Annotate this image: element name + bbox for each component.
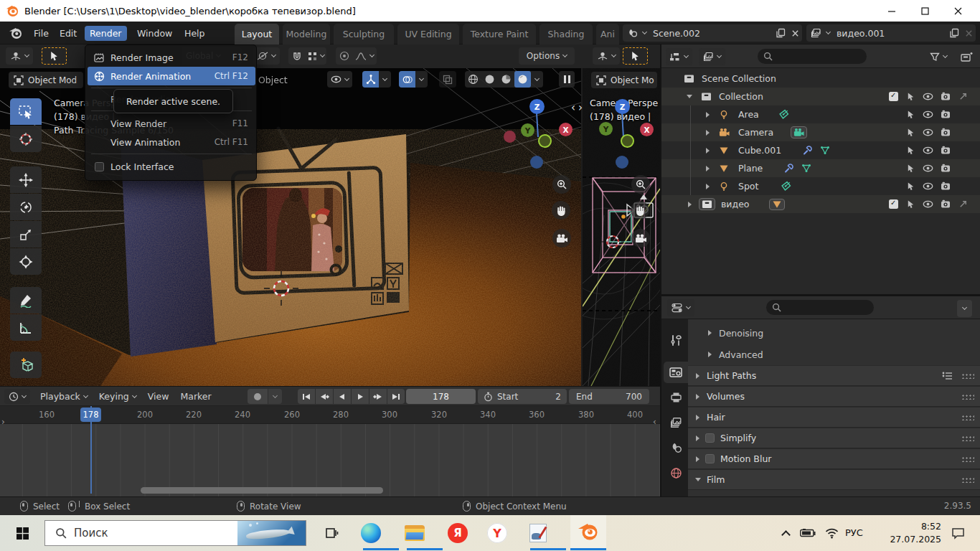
clock[interactable]: 8:52 27.07.2025 bbox=[884, 520, 941, 546]
tab-uv-editing[interactable]: UV Editing bbox=[397, 24, 459, 44]
battery-icon[interactable] bbox=[798, 521, 818, 545]
collection-checkbox[interactable] bbox=[889, 92, 898, 101]
maximize-icon[interactable] bbox=[908, 0, 941, 22]
axis-z-icon[interactable]: Z bbox=[615, 99, 630, 114]
camera-view-icon[interactable] bbox=[552, 229, 571, 248]
selectable-pointer-icon[interactable] bbox=[906, 199, 915, 209]
outliner-row-collection[interactable]: Collection bbox=[661, 88, 980, 105]
render-camera-icon[interactable] bbox=[941, 146, 951, 155]
panel-grip-icon[interactable] bbox=[961, 372, 974, 379]
output-tab-icon[interactable] bbox=[664, 387, 688, 408]
tool-tab-icon[interactable] bbox=[664, 329, 688, 351]
eye-icon[interactable] bbox=[923, 110, 933, 119]
axis-z-neg-icon[interactable] bbox=[616, 156, 628, 169]
pause-button[interactable] bbox=[559, 71, 575, 88]
tray-chevron-icon[interactable] bbox=[777, 521, 794, 545]
area-divider[interactable] bbox=[660, 44, 661, 496]
snap-target-dropdown[interactable] bbox=[305, 48, 326, 65]
material-shading-icon[interactable] bbox=[498, 71, 514, 88]
nav-gizmo-2[interactable]: Z Y X bbox=[597, 90, 660, 176]
region-expand-left-icon[interactable]: › bbox=[1, 417, 5, 427]
tab-animation[interactable]: Ani bbox=[596, 24, 619, 44]
mode-dropdown[interactable]: Object Mod bbox=[9, 72, 83, 88]
falloff-curve-dropdown[interactable] bbox=[352, 48, 377, 65]
axis-z-icon[interactable]: Z bbox=[529, 99, 545, 114]
properties-search-input[interactable] bbox=[766, 300, 874, 315]
eye-icon[interactable] bbox=[923, 199, 933, 209]
disclosure-icon[interactable] bbox=[706, 166, 710, 171]
region-expand-right-icon[interactable]: ‹ bbox=[653, 417, 656, 427]
selectable-pointer-icon[interactable] bbox=[906, 110, 915, 120]
eye-icon[interactable] bbox=[923, 164, 933, 173]
notification-icon[interactable] bbox=[946, 521, 970, 545]
outliner-row-plane[interactable]: Plane bbox=[661, 159, 980, 177]
render-camera-icon[interactable] bbox=[941, 164, 951, 173]
eye-icon[interactable] bbox=[923, 92, 933, 101]
render-camera-icon[interactable] bbox=[941, 182, 951, 191]
simplify-checkbox[interactable] bbox=[705, 433, 715, 443]
axis-y-neg-icon[interactable] bbox=[621, 134, 634, 148]
overlays-toggle[interactable] bbox=[399, 71, 428, 88]
edge-icon[interactable] bbox=[359, 521, 383, 545]
panel-grip-icon[interactable] bbox=[961, 456, 974, 462]
new-collection-icon[interactable] bbox=[958, 48, 975, 65]
menu-item-lock-interface[interactable]: Lock Interface bbox=[88, 157, 255, 176]
selectable-pointer-icon[interactable] bbox=[906, 92, 915, 102]
collection-checkbox[interactable] bbox=[889, 199, 898, 209]
area-divider[interactable] bbox=[661, 294, 980, 296]
tab-texture-paint[interactable]: Texture Paint bbox=[463, 24, 536, 44]
selectable-pointer-icon[interactable] bbox=[906, 182, 915, 192]
editor-type-3dview-icon[interactable] bbox=[6, 47, 33, 65]
xray-toggle[interactable] bbox=[439, 71, 456, 88]
disclosure-icon[interactable] bbox=[688, 202, 692, 207]
tab-modeling[interactable]: Modeling bbox=[283, 24, 330, 44]
filter-icon[interactable] bbox=[925, 48, 951, 65]
menu-item-render-animation[interactable]: Render Animation Ctrl F12 bbox=[88, 67, 255, 85]
outliner-row-scene-collection[interactable]: Scene Collection bbox=[661, 70, 980, 88]
tab-layout[interactable]: Layout bbox=[235, 24, 279, 44]
view-layer-selector[interactable]: видео.001 bbox=[806, 24, 976, 42]
vp-menu-object[interactable]: Object bbox=[258, 75, 288, 85]
eye-icon[interactable] bbox=[923, 128, 933, 137]
jump-to-end-icon[interactable] bbox=[387, 389, 405, 404]
axis-z-neg-icon[interactable] bbox=[530, 156, 543, 169]
new-view-layer-icon[interactable] bbox=[949, 28, 959, 38]
selectable-pointer-icon[interactable] bbox=[906, 164, 915, 174]
wifi-icon[interactable] bbox=[821, 521, 842, 545]
zoom-icon[interactable] bbox=[631, 175, 650, 194]
playhead-badge[interactable]: 178 bbox=[80, 408, 101, 422]
mode-dropdown-2[interactable]: Object Mo bbox=[591, 72, 657, 88]
timeline-scrollbar[interactable] bbox=[141, 487, 383, 494]
unlink-scene-icon[interactable] bbox=[791, 29, 799, 37]
yandex-browser-icon[interactable]: Я bbox=[446, 521, 470, 545]
axis-x-icon[interactable]: X bbox=[559, 123, 573, 136]
search-daily-image[interactable] bbox=[237, 521, 306, 545]
next-keyframe-icon[interactable] bbox=[369, 389, 387, 404]
rendered-shading-icon[interactable] bbox=[514, 71, 531, 88]
eye-icon[interactable] bbox=[923, 146, 933, 155]
gizmo-toggle[interactable] bbox=[362, 71, 391, 88]
view-layer-name[interactable]: видео.001 bbox=[837, 28, 885, 39]
outliner-row-area[interactable]: Area bbox=[661, 105, 980, 123]
panel-volumes[interactable]: Volumes bbox=[688, 386, 980, 407]
selectable-pointer-icon[interactable] bbox=[906, 146, 915, 156]
scene-selector[interactable]: Scene.002 bbox=[623, 24, 802, 42]
new-scene-icon[interactable] bbox=[776, 28, 786, 38]
menu-render[interactable]: Render bbox=[85, 26, 127, 41]
prev-keyframe-icon[interactable] bbox=[316, 389, 333, 404]
move-tool-icon[interactable] bbox=[10, 166, 42, 193]
outliner-filter-layer-icon[interactable] bbox=[699, 48, 725, 65]
properties-options-icon[interactable] bbox=[957, 300, 972, 317]
paint-icon[interactable] bbox=[526, 521, 550, 545]
splitter-collapse-icon[interactable]: ‹ bbox=[571, 101, 575, 114]
outliner-row-cube001[interactable]: Cube.001 bbox=[661, 141, 980, 159]
play-reverse-icon[interactable] bbox=[334, 389, 351, 404]
panel-light-paths[interactable]: Light Paths bbox=[688, 365, 980, 386]
close-icon[interactable] bbox=[941, 0, 974, 22]
timeline-body[interactable] bbox=[0, 424, 660, 497]
holdout-arrow-icon[interactable] bbox=[958, 199, 968, 209]
wireframe-shading-icon[interactable] bbox=[465, 71, 481, 88]
jump-to-start-icon[interactable] bbox=[298, 389, 315, 404]
scene-tab-icon[interactable] bbox=[664, 437, 688, 458]
menu-window[interactable]: Window bbox=[132, 26, 177, 41]
